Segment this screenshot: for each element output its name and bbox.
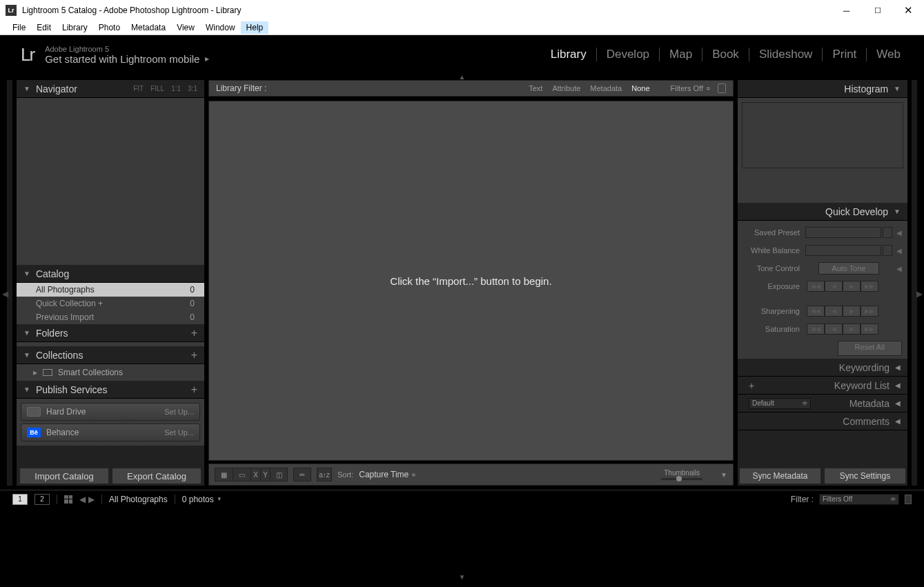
catalog-all-photographs[interactable]: All Photographs 0 bbox=[17, 283, 204, 297]
stepper-icon[interactable] bbox=[883, 227, 892, 238]
increase-button[interactable]: ▶ bbox=[843, 306, 861, 317]
import-catalog-button[interactable]: Import Catalog bbox=[19, 468, 109, 484]
add-keyword-button[interactable]: + bbox=[745, 379, 758, 392]
filter-text[interactable]: Text bbox=[529, 84, 542, 92]
menu-file[interactable]: File bbox=[7, 21, 31, 34]
filter-none[interactable]: None bbox=[631, 84, 649, 92]
filmstrip[interactable] bbox=[0, 508, 924, 574]
publish-behance[interactable]: Bē Behance Set Up... bbox=[21, 424, 200, 441]
metadata-header[interactable]: Default Metadata ◀ bbox=[738, 395, 907, 412]
maximize-button[interactable]: ☐ bbox=[862, 0, 893, 21]
menu-edit[interactable]: Edit bbox=[31, 21, 57, 34]
right-panel-grip[interactable]: ▶ bbox=[914, 283, 924, 304]
filmstrip-path[interactable]: All Photographs bbox=[109, 495, 168, 504]
section-toggle-icon[interactable]: ◀ bbox=[896, 265, 902, 272]
filter-attribute[interactable]: Attribute bbox=[552, 84, 580, 92]
publish-hard-drive[interactable]: Hard Drive Set Up... bbox=[21, 403, 200, 421]
grid-view-icon[interactable] bbox=[64, 495, 72, 504]
sync-settings-button[interactable]: Sync Settings bbox=[824, 468, 906, 484]
module-book[interactable]: Book bbox=[702, 48, 749, 61]
collections-header[interactable]: ▼ Collections + bbox=[17, 346, 204, 364]
view-compare-button[interactable]: X bbox=[250, 468, 260, 481]
nav-back-button[interactable]: ◀ bbox=[79, 495, 86, 504]
decrease-button[interactable]: ◀ bbox=[825, 306, 843, 317]
toolbar-menu[interactable]: ▼ bbox=[720, 471, 727, 479]
increase-button[interactable]: ▶ bbox=[843, 281, 861, 292]
collection-smart-collections[interactable]: ▶ Smart Collections bbox=[17, 364, 204, 381]
saved-preset-select[interactable] bbox=[805, 227, 881, 238]
decrease-large-button[interactable]: ◀◀ bbox=[807, 324, 825, 335]
keywording-header[interactable]: Keywording ◀ bbox=[738, 359, 907, 377]
module-map[interactable]: Map bbox=[660, 48, 702, 61]
close-button[interactable]: ✕ bbox=[893, 0, 924, 21]
monitor-2-button[interactable]: 2 bbox=[35, 494, 50, 505]
export-catalog-button[interactable]: Export Catalog bbox=[112, 468, 201, 484]
section-toggle-icon[interactable]: ◀ bbox=[896, 229, 902, 237]
view-grid-button[interactable]: ▦ bbox=[215, 468, 233, 481]
decrease-large-button[interactable]: ◀◀ bbox=[807, 306, 825, 317]
comments-header[interactable]: Comments ◀ bbox=[738, 412, 907, 430]
metadata-preset-select[interactable]: Default bbox=[749, 398, 811, 409]
library-grid[interactable]: Click the “Import...” button to begin. bbox=[208, 101, 734, 461]
menu-photo[interactable]: Photo bbox=[93, 21, 126, 34]
menu-window[interactable]: Window bbox=[200, 21, 241, 34]
keyword-list-header[interactable]: + Keyword List ◀ bbox=[738, 377, 907, 395]
quick-develop-header[interactable]: Quick Develop ▼ bbox=[738, 203, 907, 221]
zoom-1to1[interactable]: 1:1 bbox=[171, 85, 181, 92]
navigator-header[interactable]: ▼ Navigator FIT FILL 1:1 3:1 bbox=[17, 80, 204, 98]
folders-header[interactable]: ▼ Folders + bbox=[17, 324, 204, 342]
auto-tone-button[interactable]: Auto Tone bbox=[818, 262, 878, 275]
zoom-3to1[interactable]: 3:1 bbox=[188, 85, 197, 92]
right-scrollbar[interactable] bbox=[912, 80, 917, 486]
slider-thumb[interactable] bbox=[676, 476, 682, 481]
catalog-quick-collection[interactable]: Quick Collection + 0 bbox=[17, 297, 204, 310]
expand-icon[interactable]: ▶ bbox=[33, 370, 37, 376]
section-toggle-icon[interactable]: ◀ bbox=[896, 247, 902, 255]
catalog-previous-import[interactable]: Previous Import 0 bbox=[17, 310, 204, 324]
increase-large-button[interactable]: ▶▶ bbox=[861, 281, 878, 292]
left-panel-grip[interactable]: ◀ bbox=[0, 283, 10, 304]
view-loupe-button[interactable]: ▭ bbox=[233, 468, 250, 481]
view-people-button[interactable]: ◫ bbox=[270, 468, 288, 481]
publish-setup-link[interactable]: Set Up... bbox=[164, 408, 194, 416]
module-print[interactable]: Print bbox=[823, 48, 866, 61]
publish-header[interactable]: ▼ Publish Services + bbox=[17, 381, 204, 399]
filmstrip-filter-select[interactable]: Filters Off bbox=[819, 494, 899, 505]
white-balance-select[interactable] bbox=[805, 245, 881, 256]
decrease-large-button[interactable]: ◀◀ bbox=[807, 281, 825, 292]
identity-main[interactable]: Get started with Lightroom mobile ▶ bbox=[45, 53, 541, 65]
filter-preset-dropdown[interactable]: Filters Off bbox=[671, 84, 703, 92]
menu-library[interactable]: Library bbox=[57, 21, 93, 34]
menu-help[interactable]: Help bbox=[241, 21, 269, 34]
filter-metadata[interactable]: Metadata bbox=[590, 84, 622, 92]
left-scrollbar[interactable] bbox=[7, 80, 12, 486]
menu-view[interactable]: View bbox=[171, 21, 200, 34]
catalog-header[interactable]: ▼ Catalog bbox=[17, 265, 204, 283]
decrease-button[interactable]: ◀ bbox=[825, 281, 843, 292]
module-slideshow[interactable]: Slideshow bbox=[749, 48, 823, 61]
zoom-fill[interactable]: FILL bbox=[150, 85, 164, 92]
painter-tool-button[interactable]: ✏ bbox=[293, 468, 311, 481]
increase-large-button[interactable]: ▶▶ bbox=[861, 306, 878, 317]
module-library[interactable]: Library bbox=[541, 48, 596, 61]
lock-icon[interactable] bbox=[718, 83, 726, 93]
add-folder-button[interactable]: + bbox=[191, 327, 197, 339]
filmstrip-count[interactable]: 0 photos ▼ bbox=[182, 495, 222, 504]
decrease-button[interactable]: ◀ bbox=[825, 324, 843, 335]
nav-forward-button[interactable]: ▶ bbox=[88, 495, 95, 504]
bottom-panel-grip[interactable]: ▼ bbox=[0, 574, 924, 580]
increase-button[interactable]: ▶ bbox=[843, 324, 861, 335]
sort-dropdown[interactable]: Capture Time ≑ bbox=[359, 470, 416, 479]
add-publish-button[interactable]: + bbox=[191, 384, 197, 396]
sort-direction-button[interactable]: a↕z bbox=[317, 468, 332, 481]
stepper-icon[interactable] bbox=[883, 245, 892, 256]
top-panel-grip[interactable]: ▲ bbox=[0, 74, 924, 80]
zoom-fit[interactable]: FIT bbox=[133, 85, 144, 92]
monitor-1-button[interactable]: 1 bbox=[12, 494, 28, 505]
sync-metadata-button[interactable]: Sync Metadata bbox=[739, 468, 821, 484]
view-survey-button[interactable]: Y bbox=[260, 468, 270, 481]
module-develop[interactable]: Develop bbox=[597, 48, 659, 61]
publish-setup-link[interactable]: Set Up... bbox=[164, 428, 194, 437]
minimize-button[interactable] bbox=[831, 0, 862, 21]
thumbnail-size-slider[interactable] bbox=[661, 478, 702, 480]
